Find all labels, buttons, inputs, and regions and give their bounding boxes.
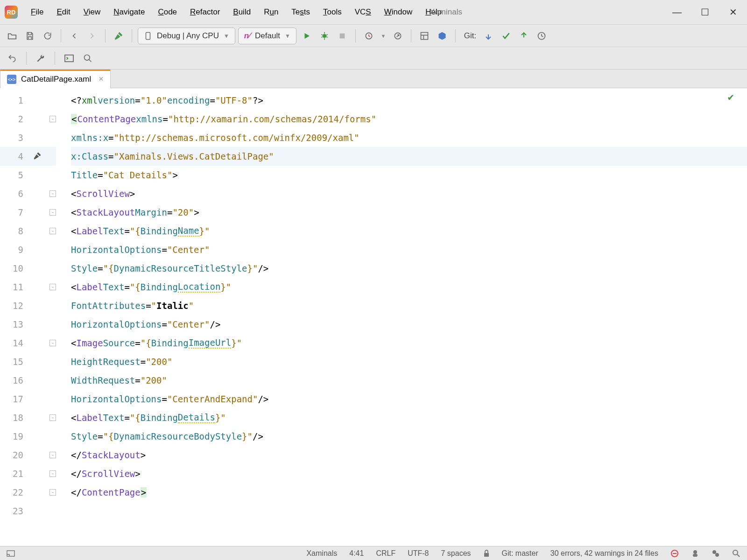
window-controls: — ☐ ✕ [663, 5, 747, 19]
error-icon[interactable] [670, 549, 679, 558]
status-vcs[interactable]: Git: master [502, 549, 538, 558]
menu-view[interactable]: View [77, 5, 107, 20]
menu-tests[interactable]: Tests [285, 5, 317, 20]
menu-file[interactable]: File [24, 5, 50, 20]
svg-rect-13 [693, 554, 698, 557]
svg-point-14 [712, 550, 716, 554]
separator [355, 29, 356, 42]
status-ok-icon: ✔ [728, 91, 734, 103]
settings-icon[interactable] [712, 549, 720, 558]
forward-icon[interactable] [85, 28, 99, 43]
minimize-button[interactable]: — [663, 5, 691, 19]
svg-point-15 [715, 553, 719, 557]
svg-rect-2 [339, 33, 345, 38]
separator [411, 29, 411, 42]
gutter: 1234567891011121314151617181920212223 [0, 88, 56, 546]
separator [26, 52, 27, 65]
svg-point-1 [323, 34, 326, 37]
svg-point-12 [693, 550, 697, 554]
app-icon: RD [5, 6, 18, 19]
commit-icon[interactable] [499, 28, 514, 43]
save-icon[interactable] [22, 28, 37, 43]
xaml-file-icon: <•> [7, 75, 16, 84]
status-project: Xaminals [306, 549, 337, 558]
run-icon[interactable] [299, 28, 314, 43]
menu-vcs[interactable]: VCS [348, 5, 378, 20]
menu-code[interactable]: Code [151, 5, 183, 20]
status-caret[interactable]: 4:41 [349, 549, 364, 558]
close-button[interactable]: ✕ [719, 5, 747, 19]
secondary-toolbar [0, 47, 747, 70]
main-menu: File Edit View Navigate Code Refactor Bu… [24, 5, 448, 20]
undo-icon[interactable] [5, 51, 20, 66]
target-selector[interactable]: n⁄ Default ▼ [238, 28, 296, 44]
editor-tabs: <•> CatDetailPage.xaml × [0, 70, 747, 88]
refresh-icon[interactable] [40, 28, 55, 43]
config-selector[interactable]: Debug | Any CPU ▼ [138, 28, 235, 44]
svg-point-16 [733, 550, 738, 555]
status-indent[interactable]: 7 spaces [441, 549, 471, 558]
svg-point-8 [85, 55, 90, 60]
nuget-icon[interactable] [435, 28, 450, 43]
svg-rect-5 [421, 32, 428, 39]
svg-rect-10 [484, 553, 489, 557]
wrench-icon[interactable] [33, 51, 48, 66]
inspector-icon[interactable] [691, 549, 699, 558]
menu-edit[interactable]: Edit [50, 5, 77, 20]
separator [132, 29, 132, 42]
menu-run[interactable]: Run [257, 5, 285, 20]
tool-window-icon[interactable] [7, 550, 15, 557]
debug-icon[interactable] [317, 28, 332, 43]
status-eol[interactable]: CRLF [376, 549, 395, 558]
update-icon[interactable] [481, 28, 496, 43]
stop-icon[interactable] [335, 28, 350, 43]
menu-tools[interactable]: Tools [317, 5, 348, 20]
status-problems[interactable]: 30 errors, 42 warnings in 24 files [550, 549, 658, 558]
push-icon[interactable] [516, 28, 531, 43]
status-encoding[interactable]: UTF-8 [408, 549, 429, 558]
svg-rect-9 [7, 551, 14, 556]
maximize-button[interactable]: ☐ [691, 5, 719, 19]
tab-catdetailpage[interactable]: <•> CatDetailPage.xaml × [0, 70, 111, 88]
separator [105, 29, 106, 42]
svg-rect-0 [146, 32, 150, 39]
attach-icon[interactable] [390, 28, 405, 43]
dotnet-icon: n⁄ [244, 31, 250, 41]
close-icon[interactable]: × [99, 74, 104, 84]
device-icon [144, 32, 152, 40]
target-label: Default [255, 31, 280, 41]
menu-refactor[interactable]: Refactor [183, 5, 226, 20]
back-icon[interactable] [67, 28, 82, 43]
svg-rect-7 [65, 55, 73, 61]
build-hammer-icon[interactable] [111, 28, 126, 43]
tab-label: CatDetailPage.xaml [21, 75, 91, 84]
find-icon[interactable] [732, 549, 740, 558]
menu-window[interactable]: Window [378, 5, 419, 20]
config-label: Debug | Any CPU [157, 31, 219, 41]
chevron-down-icon: ▼ [224, 33, 229, 39]
separator [61, 29, 61, 42]
title-bar: RD File Edit View Navigate Code Refactor… [0, 0, 747, 25]
layout-icon[interactable] [417, 28, 432, 43]
git-label: Git: [464, 31, 476, 41]
code-area[interactable]: ✔ ---------- <?xml version="1.0" encodin… [56, 88, 747, 546]
lock-icon[interactable] [483, 550, 490, 557]
project-name: Xaminals [430, 7, 462, 17]
open-icon[interactable] [5, 28, 20, 43]
code-editor[interactable]: 1234567891011121314151617181920212223 ✔ … [0, 88, 747, 546]
terminal-icon[interactable] [62, 51, 77, 66]
search-icon[interactable] [80, 51, 95, 66]
menu-navigate[interactable]: Navigate [107, 5, 151, 20]
profiler-icon[interactable] [361, 28, 376, 43]
separator [455, 29, 456, 42]
history-icon[interactable] [534, 28, 549, 43]
main-toolbar: Debug | Any CPU ▼ n⁄ Default ▼ ▼ Git: [0, 25, 747, 47]
menu-build[interactable]: Build [226, 5, 257, 20]
separator [55, 52, 55, 65]
chevron-down-icon: ▼ [285, 33, 290, 39]
status-bar: Xaminals 4:41 CRLF UTF-8 7 spaces Git: m… [0, 546, 747, 560]
chevron-down-icon[interactable]: ▼ [379, 28, 388, 43]
